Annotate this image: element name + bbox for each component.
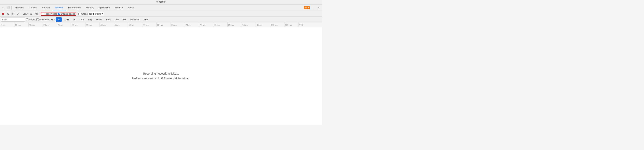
throttle-select[interactable]: No throttling ▾ <box>88 12 104 16</box>
ruler-mark-4: 25 ms <box>57 22 71 27</box>
filter-type-js[interactable]: JS <box>71 17 77 22</box>
devtools-tabs: ↖ ⬜ Elements Console Sources Network Per… <box>0 5 322 11</box>
filter-type-manifest[interactable]: Manifest <box>129 17 140 22</box>
hide-data-urls-checkbox[interactable] <box>36 18 39 21</box>
regex-checkbox[interactable] <box>26 18 28 21</box>
tab-console[interactable]: Console <box>26 5 40 11</box>
filter-type-img[interactable]: Img <box>86 17 94 22</box>
tab-memory[interactable]: Memory <box>84 5 96 11</box>
top-bar: 主题背景 <box>0 0 322 5</box>
filter-type-xhr[interactable]: XHR <box>62 17 70 22</box>
warning-badge: ⚠ 3 <box>304 6 310 9</box>
disable-cache-checkbox[interactable] <box>58 13 60 15</box>
offline-checkbox[interactable] <box>78 13 81 15</box>
list-view-button[interactable] <box>29 12 34 16</box>
tree-view-button[interactable] <box>34 12 38 16</box>
filter-type-css[interactable]: CSS <box>78 17 86 22</box>
ruler-mark-2: 15 ms <box>28 22 43 27</box>
ruler-mark-17: 90 ms <box>242 22 256 27</box>
tab-application[interactable]: Application <box>96 5 112 11</box>
filter-type-other[interactable]: Other <box>141 17 150 22</box>
device-toolbar-button[interactable]: ⬜ <box>6 5 10 10</box>
preserve-log-label[interactable]: Preserve log <box>42 13 58 15</box>
ruler-mark-14: 75 ms <box>199 22 213 27</box>
network-content: Recording network activity… Perform a re… <box>0 27 322 125</box>
ruler-mark-7: 40 ms <box>100 22 114 27</box>
ruler-mark-8: 45 ms <box>114 22 128 27</box>
timeline-ruler: 5 ms 10 ms 15 ms 20 ms 25 ms 30 ms 35 ms… <box>0 22 322 27</box>
throttle-arrow-icon: ▾ <box>102 13 103 15</box>
network-toolbar: View: Preserve log Disable cache Offline… <box>0 11 322 17</box>
clear-button[interactable] <box>6 12 10 16</box>
svg-line-2 <box>7 13 9 15</box>
svg-point-0 <box>2 13 4 15</box>
ruler-mark-15: 80 ms <box>213 22 228 27</box>
tabs-separator <box>11 6 12 10</box>
ruler-mark-6: 35 ms <box>85 22 100 27</box>
toolbar-sep-2 <box>40 12 40 16</box>
devtools-more-button[interactable]: ⋮ <box>311 5 316 10</box>
filter-bar: Regex Hide data URLs All XHR JS CSS Img … <box>0 17 322 22</box>
tab-network[interactable]: Network <box>53 5 66 11</box>
svg-rect-3 <box>12 13 14 15</box>
ruler-mark-13: 70 ms <box>185 22 199 27</box>
ruler-mark-20: 105 ms <box>284 22 298 27</box>
preserve-log-checkbox[interactable] <box>42 13 44 15</box>
filter-type-all[interactable]: All <box>56 17 62 22</box>
ruler-mark-12: 65 ms <box>170 22 185 27</box>
recording-text: Recording network activity… <box>143 72 179 75</box>
top-bar-title: 主题背景 <box>156 1 166 4</box>
tab-security[interactable]: Security <box>112 5 125 11</box>
inspect-element-button[interactable]: ↖ <box>1 5 6 10</box>
filter-type-font[interactable]: Font <box>104 17 112 22</box>
filter-input[interactable] <box>1 18 25 22</box>
ruler-mark-18: 95 ms <box>256 22 270 27</box>
ruler-mark-5: 30 ms <box>71 22 85 27</box>
tab-elements[interactable]: Elements <box>12 5 26 11</box>
ruler-mark-19: 100 ms <box>270 22 284 27</box>
ruler-mark-10: 55 ms <box>142 22 156 27</box>
ruler-mark-16: 85 ms <box>228 22 242 27</box>
filter-icon-button[interactable] <box>16 12 20 16</box>
svg-rect-9 <box>36 13 37 14</box>
svg-point-4 <box>12 14 14 15</box>
ruler-mark-3: 20 ms <box>43 22 57 27</box>
screenshot-button[interactable] <box>10 12 15 16</box>
preserve-log-group: Preserve log Disable cache <box>41 12 76 16</box>
regex-label[interactable]: Regex <box>26 18 36 21</box>
filter-type-doc[interactable]: Doc <box>113 17 120 22</box>
tab-sources[interactable]: Sources <box>40 5 52 11</box>
tab-performance[interactable]: Performance <box>66 5 84 11</box>
ruler-mark-21: 110 <box>298 22 313 27</box>
ruler-mark-0: 5 ms <box>0 22 14 27</box>
devtools-right-controls: ⚠ 3 ⋮ ✕ <box>304 5 321 10</box>
record-button[interactable] <box>1 12 5 16</box>
ruler-marks: 5 ms 10 ms 15 ms 20 ms 25 ms 30 ms 35 ms… <box>0 22 322 27</box>
ruler-mark-11: 60 ms <box>156 22 170 27</box>
recording-hint: Perform a request or hit ⌘ R to record t… <box>132 77 190 80</box>
filter-type-ws[interactable]: WS <box>121 17 128 22</box>
disable-cache-label[interactable]: Disable cache <box>58 13 75 15</box>
offline-label[interactable]: Offline <box>78 13 88 15</box>
tab-audits[interactable]: Audits <box>125 5 136 11</box>
svg-rect-8 <box>35 13 36 14</box>
svg-rect-10 <box>35 14 36 15</box>
devtools-close-button[interactable]: ✕ <box>316 5 321 10</box>
svg-rect-11 <box>36 14 37 15</box>
view-label: View: <box>23 13 28 15</box>
hide-data-urls-label[interactable]: Hide data URLs <box>36 18 55 21</box>
ruler-mark-1: 10 ms <box>14 22 28 27</box>
filter-type-media[interactable]: Media <box>94 17 104 22</box>
ruler-mark-9: 50 ms <box>128 22 142 27</box>
